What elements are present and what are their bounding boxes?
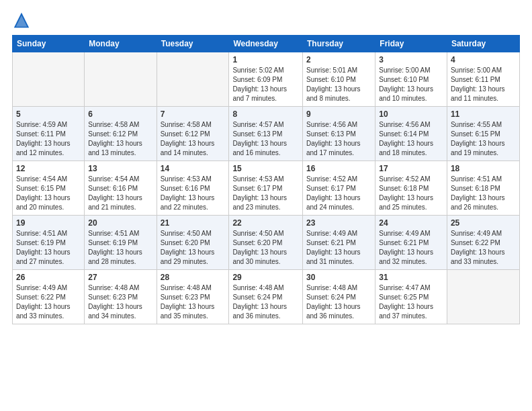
calendar-week-row: 5Sunrise: 4:59 AM Sunset: 6:11 PM Daylig…	[13, 107, 520, 161]
calendar-cell: 10Sunrise: 4:56 AM Sunset: 6:14 PM Dayli…	[375, 107, 447, 161]
day-detail: Sunrise: 4:58 AM Sunset: 6:12 PM Dayligh…	[88, 120, 152, 158]
calendar-cell: 18Sunrise: 4:51 AM Sunset: 6:18 PM Dayli…	[447, 161, 519, 216]
weekday-header: Sunday	[13, 36, 85, 52]
calendar-cell: 4Sunrise: 5:00 AM Sunset: 6:11 PM Daylig…	[447, 52, 519, 107]
calendar-cell: 21Sunrise: 4:50 AM Sunset: 6:20 PM Dayli…	[157, 216, 229, 270]
calendar-cell: 27Sunrise: 4:48 AM Sunset: 6:23 PM Dayli…	[85, 270, 157, 324]
calendar-cell: 16Sunrise: 4:52 AM Sunset: 6:17 PM Dayli…	[302, 161, 375, 216]
day-detail: Sunrise: 4:52 AM Sunset: 6:17 PM Dayligh…	[306, 175, 371, 212]
logo-icon	[12, 11, 31, 30]
calendar-cell: 15Sunrise: 4:53 AM Sunset: 6:17 PM Dayli…	[229, 161, 303, 216]
day-detail: Sunrise: 4:50 AM Sunset: 6:20 PM Dayligh…	[232, 229, 299, 267]
calendar-cell	[13, 52, 85, 107]
day-number: 9	[306, 109, 371, 119]
day-detail: Sunrise: 4:50 AM Sunset: 6:20 PM Dayligh…	[161, 229, 226, 267]
day-detail: Sunrise: 4:49 AM Sunset: 6:22 PM Dayligh…	[451, 229, 516, 267]
day-detail: Sunrise: 4:53 AM Sunset: 6:16 PM Dayligh…	[161, 175, 226, 212]
weekday-header: Monday	[85, 36, 157, 52]
calendar-header-row: SundayMondayTuesdayWednesdayThursdayFrid…	[13, 36, 520, 52]
calendar-cell: 31Sunrise: 4:47 AM Sunset: 6:25 PM Dayli…	[375, 270, 447, 324]
calendar-cell: 11Sunrise: 4:55 AM Sunset: 6:15 PM Dayli…	[447, 107, 519, 161]
day-detail: Sunrise: 4:49 AM Sunset: 6:22 PM Dayligh…	[16, 283, 81, 321]
calendar-cell: 14Sunrise: 4:53 AM Sunset: 6:16 PM Dayli…	[157, 161, 229, 216]
day-detail: Sunrise: 4:54 AM Sunset: 6:16 PM Dayligh…	[88, 175, 152, 212]
day-number: 19	[16, 218, 81, 228]
day-number: 12	[16, 164, 81, 173]
day-number: 18	[451, 164, 516, 173]
day-detail: Sunrise: 4:51 AM Sunset: 6:19 PM Dayligh…	[16, 229, 81, 267]
day-detail: Sunrise: 4:52 AM Sunset: 6:18 PM Dayligh…	[379, 175, 443, 212]
day-detail: Sunrise: 4:48 AM Sunset: 6:23 PM Dayligh…	[88, 283, 152, 321]
day-number: 21	[161, 218, 226, 228]
day-number: 24	[379, 218, 443, 228]
day-detail: Sunrise: 5:01 AM Sunset: 6:10 PM Dayligh…	[306, 66, 371, 103]
day-detail: Sunrise: 4:47 AM Sunset: 6:25 PM Dayligh…	[379, 283, 443, 321]
calendar-cell: 23Sunrise: 4:49 AM Sunset: 6:21 PM Dayli…	[302, 216, 375, 270]
day-number: 31	[379, 273, 443, 282]
day-number: 14	[161, 164, 226, 173]
day-number: 3	[379, 55, 443, 64]
calendar-cell	[157, 52, 229, 107]
weekday-header: Thursday	[302, 36, 375, 52]
day-number: 13	[88, 164, 152, 173]
day-number: 22	[232, 218, 299, 228]
day-detail: Sunrise: 4:55 AM Sunset: 6:15 PM Dayligh…	[451, 120, 516, 158]
day-number: 8	[232, 109, 299, 119]
weekday-header: Tuesday	[157, 36, 229, 52]
logo	[12, 11, 34, 30]
day-detail: Sunrise: 4:56 AM Sunset: 6:14 PM Dayligh…	[379, 120, 443, 158]
calendar-cell: 7Sunrise: 4:58 AM Sunset: 6:12 PM Daylig…	[157, 107, 229, 161]
calendar-cell	[447, 270, 519, 324]
day-number: 17	[379, 164, 443, 173]
calendar-week-row: 1Sunrise: 5:02 AM Sunset: 6:09 PM Daylig…	[13, 52, 520, 107]
calendar-cell: 3Sunrise: 5:00 AM Sunset: 6:10 PM Daylig…	[375, 52, 447, 107]
calendar-cell	[85, 52, 157, 107]
day-detail: Sunrise: 4:49 AM Sunset: 6:21 PM Dayligh…	[306, 229, 371, 267]
day-detail: Sunrise: 4:48 AM Sunset: 6:24 PM Dayligh…	[232, 283, 299, 321]
calendar-cell: 6Sunrise: 4:58 AM Sunset: 6:12 PM Daylig…	[85, 107, 157, 161]
day-number: 5	[16, 109, 81, 119]
calendar-cell: 8Sunrise: 4:57 AM Sunset: 6:13 PM Daylig…	[229, 107, 303, 161]
day-number: 23	[306, 218, 371, 228]
calendar-cell: 9Sunrise: 4:56 AM Sunset: 6:13 PM Daylig…	[302, 107, 375, 161]
day-number: 30	[306, 273, 371, 282]
day-detail: Sunrise: 5:00 AM Sunset: 6:10 PM Dayligh…	[379, 66, 443, 103]
day-number: 27	[88, 273, 152, 282]
day-number: 7	[161, 109, 226, 119]
day-detail: Sunrise: 4:49 AM Sunset: 6:21 PM Dayligh…	[379, 229, 443, 267]
page: SundayMondayTuesdayWednesdayThursdayFrid…	[0, 0, 532, 411]
day-number: 25	[451, 218, 516, 228]
day-number: 29	[232, 273, 299, 282]
calendar-cell: 22Sunrise: 4:50 AM Sunset: 6:20 PM Dayli…	[229, 216, 303, 270]
calendar-cell: 28Sunrise: 4:48 AM Sunset: 6:23 PM Dayli…	[157, 270, 229, 324]
day-number: 26	[16, 273, 81, 282]
calendar-cell: 20Sunrise: 4:51 AM Sunset: 6:19 PM Dayli…	[85, 216, 157, 270]
day-detail: Sunrise: 4:51 AM Sunset: 6:18 PM Dayligh…	[451, 175, 516, 212]
day-number: 6	[88, 109, 152, 119]
calendar-week-row: 12Sunrise: 4:54 AM Sunset: 6:15 PM Dayli…	[13, 161, 520, 216]
calendar-cell: 1Sunrise: 5:02 AM Sunset: 6:09 PM Daylig…	[229, 52, 303, 107]
day-detail: Sunrise: 4:54 AM Sunset: 6:15 PM Dayligh…	[16, 175, 81, 212]
calendar-cell: 2Sunrise: 5:01 AM Sunset: 6:10 PM Daylig…	[302, 52, 375, 107]
header	[12, 11, 520, 30]
calendar-cell: 24Sunrise: 4:49 AM Sunset: 6:21 PM Dayli…	[375, 216, 447, 270]
day-number: 15	[232, 164, 299, 173]
calendar-cell: 26Sunrise: 4:49 AM Sunset: 6:22 PM Dayli…	[13, 270, 85, 324]
calendar-cell: 13Sunrise: 4:54 AM Sunset: 6:16 PM Dayli…	[85, 161, 157, 216]
calendar-cell: 17Sunrise: 4:52 AM Sunset: 6:18 PM Dayli…	[375, 161, 447, 216]
day-number: 2	[306, 55, 371, 64]
day-number: 28	[161, 273, 226, 282]
weekday-header: Wednesday	[229, 36, 303, 52]
day-detail: Sunrise: 5:02 AM Sunset: 6:09 PM Dayligh…	[232, 66, 299, 103]
day-detail: Sunrise: 4:48 AM Sunset: 6:23 PM Dayligh…	[161, 283, 226, 321]
day-detail: Sunrise: 4:57 AM Sunset: 6:13 PM Dayligh…	[232, 120, 299, 158]
calendar-cell: 25Sunrise: 4:49 AM Sunset: 6:22 PM Dayli…	[447, 216, 519, 270]
day-detail: Sunrise: 4:58 AM Sunset: 6:12 PM Dayligh…	[161, 120, 226, 158]
day-number: 11	[451, 109, 516, 119]
calendar-cell: 19Sunrise: 4:51 AM Sunset: 6:19 PM Dayli…	[13, 216, 85, 270]
calendar-week-row: 26Sunrise: 4:49 AM Sunset: 6:22 PM Dayli…	[13, 270, 520, 324]
day-number: 16	[306, 164, 371, 173]
weekday-header: Saturday	[447, 36, 519, 52]
calendar-cell: 30Sunrise: 4:48 AM Sunset: 6:24 PM Dayli…	[302, 270, 375, 324]
day-number: 1	[232, 55, 299, 64]
